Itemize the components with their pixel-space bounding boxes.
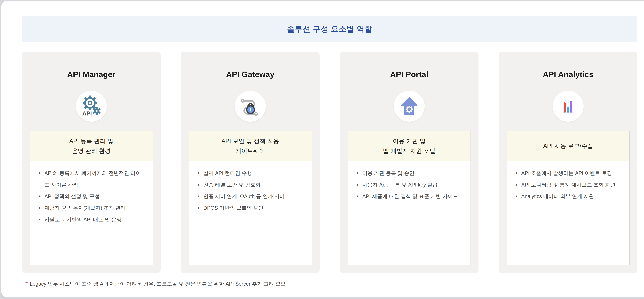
info-box: API 등록 관리 및 운영 관리 환경 API의 등록에서 폐기까지의 전반적…	[30, 131, 153, 265]
card-subtitle: API 사용 로그/수집	[543, 141, 593, 151]
card-title: API Analytics	[499, 70, 638, 79]
card-title: API Portal	[340, 70, 478, 79]
card-subtitle: API 보안 및 정책 적용 게이트웨이	[222, 136, 279, 156]
bullet-item: API 정책의 설정 및 구성	[38, 190, 146, 202]
portal-home-gear-icon	[398, 95, 420, 117]
bullet-item: DPOS 기반의 빌트인 보안	[197, 202, 304, 214]
card-title: API Manager	[22, 70, 160, 79]
bullet-list: API의 등록에서 폐기까지의 전반적인 라이프 사이클 관리 API 정책의 …	[38, 167, 146, 225]
bullet-item: 제공자 및 사용자(개발자) 조직 관리	[38, 202, 146, 214]
gear-api-icon: API	[80, 95, 102, 117]
card-api-manager: API Manager	[22, 52, 160, 273]
info-body: API 호출에서 발생하는 API 이벤트 로깅 API 모니터링 및 통계 대…	[507, 161, 630, 264]
card-api-gateway: API Gateway API 보안 및 정책 적용 게이트웨이 실제	[181, 52, 320, 273]
info-head: API 등록 관리 및 운영 관리 환경	[30, 131, 153, 161]
card-subtitle: API 등록 관리 및 운영 관리 환경	[69, 136, 113, 156]
bullet-item: 이용 기관 등록 및 승인	[356, 167, 463, 179]
large-gear	[82, 96, 97, 110]
info-body: API의 등록에서 폐기까지의 전반적인 라이프 사이클 관리 API 정책의 …	[30, 161, 153, 264]
icon-circle	[235, 91, 266, 122]
bullet-item: Analytics 데이터 외부 연계 지원	[514, 190, 622, 202]
footnote: * Legacy 업무 시스템이 표준 웹 API 제공이 어려운 경우, 프로…	[25, 280, 638, 287]
bullet-list: API 호출에서 발생하는 API 이벤트 로깅 API 모니터링 및 통계 대…	[514, 167, 622, 202]
footnote-asterisk: *	[25, 281, 28, 287]
info-body: 실제 API 런타임 수행 전송 레벨 보안 및 암호화 인증 서버 연계, O…	[189, 161, 312, 264]
info-body: 이용 기관 등록 및 승인 사용자 App 등록 및 API key 발급 AP…	[348, 161, 470, 264]
bullet-item: 실제 API 런타임 수행	[197, 167, 304, 179]
footnote-text: Legacy 업무 시스템이 표준 웹 API 제공이 어려운 경우, 프로토콜…	[30, 280, 286, 287]
card-subtitle: 이용 기관 및 앱 개발자 지원 포털	[383, 136, 435, 156]
bar-chart-icon	[557, 95, 579, 117]
api-icon-label: API	[82, 110, 92, 117]
bullet-item: API 제품에 대한 검색 및 표준 기반 가이드	[356, 190, 463, 202]
info-head: API 사용 로그/수집	[507, 131, 630, 161]
bullet-list: 이용 기관 등록 및 승인 사용자 App 등록 및 API key 발급 AP…	[356, 167, 463, 202]
card-title: API Gateway	[181, 70, 320, 79]
card-api-portal: API Portal	[340, 52, 478, 273]
icon-circle	[553, 91, 584, 122]
info-head: API 보안 및 정책 적용 게이트웨이	[189, 131, 312, 161]
section-title-banner: 솔루션 구성 요소별 역할	[22, 16, 638, 42]
info-box: API 사용 로그/수집 API 호출에서 발생하는 API 이벤트 로깅 AP…	[506, 131, 630, 265]
bullet-item: API의 등록에서 폐기까지의 전반적인 라이프 사이클 관리	[38, 167, 146, 190]
page: 솔루션 구성 요소별 역할 API Manager	[1, 1, 644, 297]
bullet-item: API 모니터링 및 통계 대시보드 조회 화면	[514, 179, 622, 190]
secure-gateway-icon	[239, 95, 262, 118]
info-box: API 보안 및 정책 적용 게이트웨이 실제 API 런타임 수행 전송 레벨…	[189, 131, 312, 265]
icon-circle: API	[76, 91, 107, 122]
component-cards-row: API Manager	[22, 52, 638, 273]
bullet-item: 인증 서버 연계, OAuth 등 인가 서버	[197, 190, 304, 202]
bullet-item: 사용자 App 등록 및 API key 발급	[356, 179, 463, 190]
bullet-list: 실제 API 런타임 수행 전송 레벨 보안 및 암호화 인증 서버 연계, O…	[197, 167, 304, 214]
info-box: 이용 기관 및 앱 개발자 지원 포털 이용 기관 등록 및 승인 사용자 Ap…	[348, 131, 471, 265]
bullet-item: API 호출에서 발생하는 API 이벤트 로깅	[514, 167, 622, 179]
icon-circle	[394, 91, 425, 122]
bullet-item: 카탈로그 기반의 API 배포 및 운영	[38, 214, 146, 225]
info-head: 이용 기관 및 앱 개발자 지원 포털	[348, 131, 470, 161]
bullet-item: 전송 레벨 보안 및 암호화	[197, 179, 304, 190]
page-title: 솔루션 구성 요소별 역할	[287, 24, 372, 34]
card-api-analytics: API Analytics API 사용 로그/수집 API 호출에서 발생하는…	[499, 52, 638, 273]
